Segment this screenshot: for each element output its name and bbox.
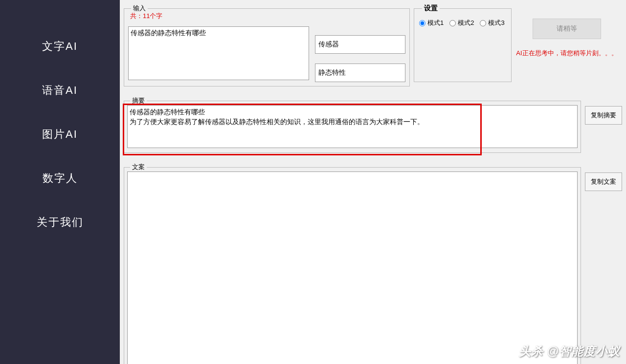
settings-group: 设置 模式1 模式2 模式3: [414, 4, 512, 82]
keyword2-input[interactable]: [315, 64, 405, 82]
wait-button[interactable]: 请稍等: [533, 19, 601, 39]
sidebar: 文字AI 语音AI 图片AI 数字人 关于我们: [0, 0, 120, 364]
copy-article-button[interactable]: 复制文案: [585, 172, 622, 191]
mode2-radio[interactable]: 模式2: [449, 19, 474, 27]
sidebar-item-digital-human[interactable]: 数字人: [0, 156, 120, 200]
mode-radio-row: 模式1 模式2 模式3: [419, 19, 506, 27]
settings-legend: 设置: [422, 4, 440, 13]
summary-row: 摘要 复制摘要: [124, 96, 622, 157]
keyword1-input[interactable]: [315, 35, 405, 54]
mode2-label: 模式2: [458, 19, 474, 27]
mode1-radio[interactable]: 模式1: [419, 19, 444, 27]
action-column: 请稍等 AI正在思考中，请您稍等片刻。。。: [515, 4, 618, 58]
copy-summary-button[interactable]: 复制摘要: [585, 106, 622, 125]
summary-group: 摘要: [124, 96, 581, 153]
article-row: 文案 复制文案: [124, 163, 622, 364]
article-textarea[interactable]: [127, 171, 578, 364]
sidebar-item-image-ai[interactable]: 图片AI: [0, 112, 120, 156]
article-group: 文案: [124, 163, 581, 364]
main-input-textarea[interactable]: [128, 26, 309, 80]
article-legend: 文案: [130, 163, 147, 171]
summary-legend: 摘要: [130, 96, 147, 105]
summary-textarea[interactable]: [127, 105, 578, 148]
input-group: 输入 共：11个字: [124, 4, 410, 86]
sidebar-item-text-ai[interactable]: 文字AI: [0, 24, 120, 68]
mode3-radio[interactable]: 模式3: [480, 19, 504, 27]
app-root: 文字AI 语音AI 图片AI 数字人 关于我们 输入 共：11个字 设置: [0, 0, 626, 364]
mode1-label: 模式1: [427, 19, 444, 27]
sidebar-item-voice-ai[interactable]: 语音AI: [0, 68, 120, 112]
main-panel: 输入 共：11个字 设置 模式1 模式2 模式3: [120, 0, 626, 364]
input-row: 输入 共：11个字 设置 模式1 模式2 模式3: [124, 4, 622, 90]
sidebar-item-about[interactable]: 关于我们: [0, 200, 120, 244]
thinking-status: AI正在思考中，请您稍等片刻。。。: [516, 49, 617, 58]
mode3-label: 模式3: [488, 19, 504, 27]
char-count: 共：11个字: [130, 12, 162, 21]
watermark: 头杀 @智能度小蚁: [519, 343, 620, 359]
keyword-column: [315, 26, 405, 82]
